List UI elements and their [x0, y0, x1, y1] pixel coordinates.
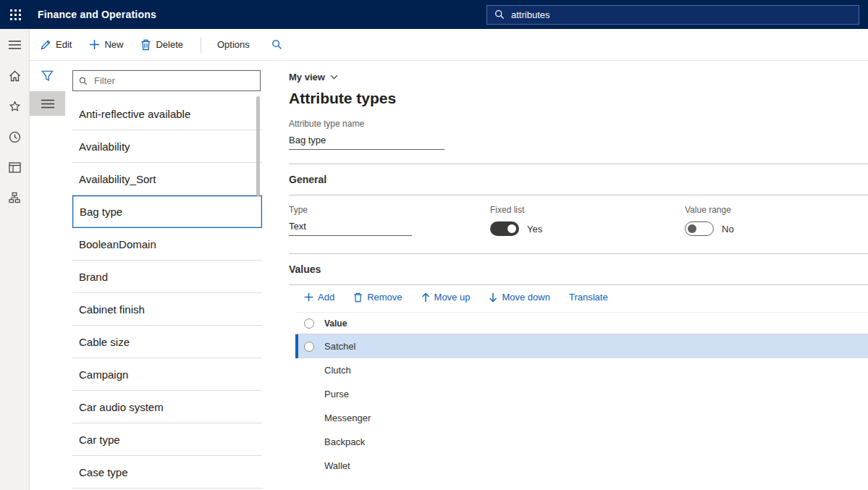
- list-item[interactable]: BooleanDomain: [72, 228, 262, 261]
- value-cell: Clutch: [324, 365, 351, 376]
- attribute-type-list: Anti-reflective availableAvailabilityAva…: [72, 98, 262, 489]
- select-all-radio[interactable]: [304, 318, 314, 329]
- clock-icon: [9, 131, 21, 143]
- search-icon: [494, 9, 505, 20]
- list-item[interactable]: Case type: [72, 456, 262, 489]
- remove-label: Remove: [367, 292, 402, 303]
- grid-row[interactable]: Satchel: [295, 334, 868, 358]
- list-filter-box[interactable]: [72, 70, 261, 91]
- page-search-button[interactable]: [271, 39, 282, 50]
- trash-icon: [353, 292, 363, 303]
- app-shell: Edit New Delete Options: [0, 29, 868, 490]
- nav-home-button[interactable]: [0, 61, 30, 91]
- list-item[interactable]: Bag type: [72, 195, 262, 228]
- grid-row[interactable]: Backpack: [295, 430, 868, 454]
- app-launcher-button[interactable]: [0, 0, 30, 29]
- workspace-window-icon: [9, 162, 21, 173]
- list-item[interactable]: Brand: [72, 261, 262, 293]
- funnel-icon: [41, 70, 54, 82]
- workspace: Anti-reflective availableAvailabilityAva…: [30, 61, 868, 490]
- chevron-down-icon: [330, 75, 338, 80]
- move-up-button[interactable]: Move up: [421, 292, 471, 303]
- nav-menu-button[interactable]: [0, 29, 30, 61]
- left-nav-rail: [0, 29, 30, 490]
- values-grid: Value SatchelClutchPurseMessengerBackpac…: [295, 312, 868, 478]
- value-column-header[interactable]: Value: [324, 318, 347, 329]
- value-cell: Backpack: [324, 436, 365, 447]
- filter-search-icon: [79, 77, 88, 85]
- grid-row[interactable]: Messenger: [295, 406, 868, 430]
- type-field-label: Type: [289, 205, 490, 215]
- list-item[interactable]: Campaign: [72, 358, 262, 391]
- options-label: Options: [217, 39, 250, 50]
- arrow-down-icon: [489, 292, 497, 303]
- new-label: New: [104, 39, 123, 50]
- name-field-label: Attribute type name: [289, 119, 868, 129]
- action-bar: Edit New Delete Options: [30, 29, 868, 61]
- nav-favorites-button[interactable]: [0, 91, 30, 122]
- remove-value-button[interactable]: Remove: [353, 292, 402, 303]
- nav-workspaces-button[interactable]: [0, 152, 30, 182]
- grid-row[interactable]: Clutch: [295, 358, 868, 382]
- command-separator: [201, 37, 201, 53]
- nav-recent-button[interactable]: [0, 122, 30, 152]
- move-up-label: Move up: [434, 292, 471, 303]
- list-filter-input[interactable]: [93, 75, 254, 87]
- move-down-label: Move down: [502, 292, 549, 303]
- fixed-list-field: Fixed list Yes: [490, 205, 685, 236]
- new-button[interactable]: New: [89, 39, 123, 50]
- content-column: Edit New Delete Options: [30, 29, 868, 490]
- list-item[interactable]: Car audio system: [72, 391, 262, 423]
- list-pane-icon: [41, 99, 54, 109]
- sitemap-icon: [9, 192, 20, 203]
- grid-row[interactable]: Purse: [295, 382, 868, 406]
- global-search-value: attributes: [511, 9, 549, 20]
- value-range-label: Value range: [685, 205, 868, 215]
- edit-button[interactable]: Edit: [40, 39, 72, 51]
- fixed-list-toggle[interactable]: [490, 221, 519, 236]
- value-range-state: No: [722, 224, 734, 235]
- options-button[interactable]: Options: [217, 39, 250, 50]
- filter-pane-button[interactable]: [30, 67, 65, 85]
- value-range-field: Value range No: [685, 205, 868, 236]
- star-icon: [9, 101, 21, 112]
- values-toolbar: Add Remove Move up: [289, 285, 868, 309]
- view-selector-label: My view: [289, 72, 325, 83]
- list-item[interactable]: Availability_Sort: [72, 163, 262, 195]
- row-select-radio[interactable]: [304, 342, 314, 352]
- fixed-list-state: Yes: [527, 224, 542, 235]
- move-down-button[interactable]: Move down: [489, 292, 549, 303]
- nav-modules-button[interactable]: [0, 182, 30, 213]
- value-range-toggle[interactable]: [685, 221, 714, 236]
- list-item[interactable]: Cable size: [72, 326, 262, 358]
- delete-label: Delete: [156, 39, 183, 50]
- translate-button[interactable]: Translate: [569, 292, 608, 303]
- list-item[interactable]: Anti-reflective available: [72, 98, 262, 130]
- name-field-input[interactable]: [289, 131, 444, 150]
- general-section-header[interactable]: General: [289, 164, 868, 195]
- plus-icon: [304, 292, 313, 302]
- add-value-button[interactable]: Add: [304, 292, 334, 303]
- general-fields: Type Fixed list Yes Value range: [289, 195, 868, 253]
- home-icon: [9, 70, 21, 82]
- toggle-knob: [688, 224, 696, 233]
- list-item[interactable]: Cabinet finish: [72, 293, 262, 326]
- trash-icon: [140, 39, 151, 51]
- type-field-input[interactable]: [289, 217, 412, 236]
- search-icon: [271, 39, 282, 50]
- plus-icon: [89, 39, 100, 50]
- values-grid-body: SatchelClutchPurseMessengerBackpackWalle…: [295, 334, 868, 478]
- top-navigation-bar: Finance and Operations attributes: [0, 0, 868, 29]
- list-item[interactable]: Car type: [72, 423, 262, 456]
- translate-label: Translate: [569, 292, 608, 303]
- attribute-list-panel: Anti-reflective availableAvailabilityAva…: [65, 61, 262, 490]
- list-item[interactable]: Availability: [72, 130, 262, 163]
- values-section-header[interactable]: Values: [289, 254, 868, 284]
- global-search-box[interactable]: attributes: [486, 5, 859, 25]
- fixed-list-label: Fixed list: [490, 205, 685, 215]
- list-scrollbar-thumb[interactable]: [256, 96, 260, 196]
- delete-button[interactable]: Delete: [140, 39, 183, 51]
- view-selector[interactable]: My view: [289, 72, 338, 83]
- grid-row[interactable]: Wallet: [295, 454, 868, 478]
- list-pane-button-selected[interactable]: [30, 91, 65, 116]
